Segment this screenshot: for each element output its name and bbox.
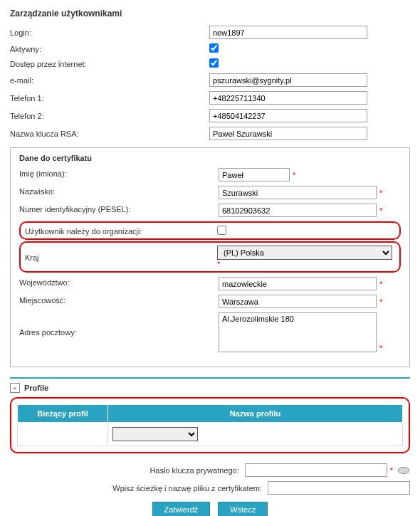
table-row [18,423,403,446]
firstname-input[interactable] [219,168,290,181]
phone1-input[interactable] [209,91,367,105]
pesel-input[interactable] [219,204,377,217]
divider [10,377,410,379]
city-label: Miejscowość: [19,295,219,305]
phone2-label: Telefon 2: [10,112,209,120]
city-input[interactable] [219,295,377,308]
country-highlight: Kraj (PL) Polska * [19,241,401,273]
login-label: Login: [10,28,209,37]
profile-section-title: Profile [24,384,48,392]
svg-point-0 [398,467,409,473]
required-star: * [379,206,382,215]
region-input[interactable] [219,277,377,290]
required-star: * [217,260,220,268]
profile-current-cell [18,423,108,446]
eraser-icon[interactable] [397,466,410,475]
org-checkbox[interactable] [217,226,226,235]
required-star: * [293,171,295,179]
internet-checkbox[interactable] [209,58,219,68]
active-label: Aktywny: [10,45,209,53]
back-button[interactable]: Wstecz [218,502,268,516]
firstname-label: Imię (imiona): [19,168,219,178]
password-input[interactable] [245,463,387,477]
path-input[interactable] [268,481,410,495]
internet-label: Dostęp przez internet: [10,60,209,68]
required-star: * [379,189,382,197]
profile-col-name: Nazwa profilu [108,405,403,423]
country-select[interactable]: (PL) Polska [217,246,392,260]
required-star: * [379,344,382,352]
rsa-label: Nazwa klucza RSA: [10,130,209,138]
pesel-label: Numer identyfikacyjny (PESEL): [19,204,219,214]
email-label: e-mail: [10,76,209,85]
page-title: Zarządzanie użytkownikami [10,9,410,19]
password-label: Hasło klucza prywatnego: [149,466,238,475]
profile-table: Bieżący profil Nazwa profilu [17,404,403,446]
collapse-icon[interactable]: − [10,383,20,393]
phone2-input[interactable] [209,109,367,122]
required-star: * [379,298,382,306]
region-label: Województwo: [19,277,219,287]
cert-fieldset: Dane do certyfikatu Imię (imiona): * Naz… [10,147,410,367]
email-input[interactable] [209,73,367,87]
cert-legend: Dane do certyfikatu [19,154,401,162]
phone1-label: Telefon 1: [10,94,209,102]
profile-highlight: Bieżący profil Nazwa profilu [10,397,410,453]
lastname-label: Nazwisko: [19,186,219,196]
address-textarea[interactable] [219,312,377,352]
required-star: * [379,280,382,288]
login-input [209,26,367,39]
profile-name-select[interactable] [112,427,198,441]
required-star: * [390,466,393,475]
lastname-input[interactable] [219,186,377,199]
profile-col-current: Bieżący profil [18,405,108,423]
org-highlight: Użytkownik należy do organizacji: [19,221,401,240]
active-checkbox[interactable] [209,43,219,53]
rsa-input[interactable] [209,127,367,140]
org-label: Użytkownik należy do organizacji: [25,226,217,236]
submit-button[interactable]: Zatwierdź [152,502,211,516]
path-label: Wpisz ścieżkę i nazwę pliku z certyfikat… [112,484,262,493]
country-label: Kraj [25,252,217,262]
address-label: Adres pocztowy: [19,312,219,337]
